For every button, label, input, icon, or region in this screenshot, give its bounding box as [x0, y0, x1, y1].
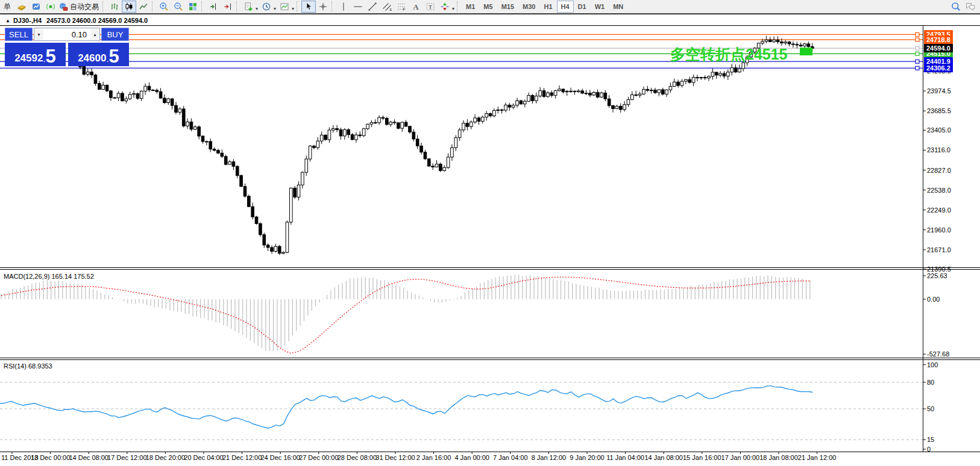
sell-price-int: 24592	[14, 53, 43, 64]
rsi-value: 68.9353	[28, 362, 52, 370]
time-axis-label: 14 Dec 08:00	[69, 454, 108, 461]
time-axis-label: 11 Jan 04:00	[606, 454, 644, 461]
macd-label: MACD(12,26,9) 165.14 175.52	[4, 273, 94, 280]
rsi-axis-tick: 0	[927, 446, 931, 453]
time-axis-label: 17 Jan 00:00	[721, 454, 760, 461]
time-axis-label: 21 Jan 12:00	[798, 454, 837, 461]
time-axis-label: 20 Dec 04:00	[184, 454, 223, 461]
rsi-axis-tick: 50	[927, 405, 934, 412]
time-axis-label: 18 Dec 20:00	[146, 454, 185, 461]
price-axis-tick: 22538.0	[927, 187, 951, 194]
rsi-axis-tick: 80	[927, 379, 934, 386]
time-axis-label: 7 Jan 04:00	[493, 454, 528, 461]
time-axis-label: 31 Dec 12:00	[375, 454, 415, 461]
green-rectangle-object[interactable]	[800, 48, 812, 55]
volume-increase-button[interactable]: ▲	[90, 28, 99, 40]
price-axis-tick: 23685.5	[927, 107, 951, 114]
time-axis-label: 21 Dec 12:00	[222, 454, 262, 461]
sell-button[interactable]: SELL	[5, 28, 33, 41]
rsi-label: RSI(14) 68.9353	[4, 362, 52, 370]
price-axis-tick: 23116.0	[927, 146, 950, 154]
annotation-text[interactable]: 多空转折点24515	[670, 45, 788, 64]
time-axis-label: 13 Dec 00:00	[31, 454, 70, 461]
macd-axis-tick: 225.63	[927, 272, 947, 279]
macd-axis-tick: -527.68	[927, 350, 949, 358]
time-axis-label: 28 Dec 08:00	[338, 454, 377, 461]
time-axis-label: 27 Dec 00:00	[299, 454, 338, 461]
sell-price-display[interactable]: 24592.5	[5, 43, 66, 66]
price-axis-tick: 22249.0	[927, 207, 951, 214]
buy-price-int: 24600	[78, 53, 106, 64]
time-axis-label: 24 Dec 16:00	[260, 454, 300, 461]
mt4-window: 单自动交易▾▾▾EFAT▾M1M5M15M30H1H4D1W1MN ▲ DJ30…	[0, 0, 980, 466]
price-axis-tick: 22827.0	[927, 167, 951, 174]
buy-price-display[interactable]: 24600.5	[68, 43, 129, 66]
time-axis-label: 15 Jan 16:00	[683, 454, 721, 461]
rsi-axis-tick: 100	[927, 361, 938, 368]
time-axis-label: 14 Jan 08:00	[644, 454, 683, 461]
time-axis-label: 2 Jan 16:00	[416, 454, 451, 461]
time-axis-label: 9 Jan 20:00	[570, 454, 605, 461]
sell-price-big-digit: 5	[46, 49, 56, 64]
price-axis-tick: 23974.5	[927, 87, 951, 95]
price-axis-tick: 21671.0	[927, 246, 951, 253]
macd-axis-tick: 0.00	[927, 296, 940, 303]
level-price-label[interactable]: 24718.8	[924, 36, 953, 44]
rsi-axis-tick: 15	[927, 436, 934, 443]
buy-button[interactable]: BUY	[101, 28, 129, 41]
chart-canvas[interactable]	[0, 0, 980, 466]
time-axis-label: 4 Jan 00:00	[454, 454, 489, 461]
time-axis-label: 8 Jan 12:00	[532, 454, 567, 461]
time-axis-label: 17 Dec 12:00	[107, 454, 146, 461]
price-axis-tick: 23405.0	[927, 126, 951, 134]
one-click-trading-panel: SELL ▼ ▲ BUY 24592.5 24600.5	[5, 28, 129, 66]
level-price-label[interactable]: 24306.2	[924, 64, 953, 72]
current-price-label: 24594.0	[924, 44, 953, 52]
volume-control: ▼ ▲	[34, 28, 100, 41]
macd-values: 165.14 175.52	[51, 273, 93, 280]
buy-price-big-digit: 5	[109, 49, 119, 64]
volume-input[interactable]	[43, 28, 90, 40]
time-axis-label: 18 Jan 08:00	[759, 454, 798, 461]
volume-decrease-button[interactable]: ▼	[34, 28, 43, 40]
price-axis-tick: 21960.0	[927, 226, 951, 234]
